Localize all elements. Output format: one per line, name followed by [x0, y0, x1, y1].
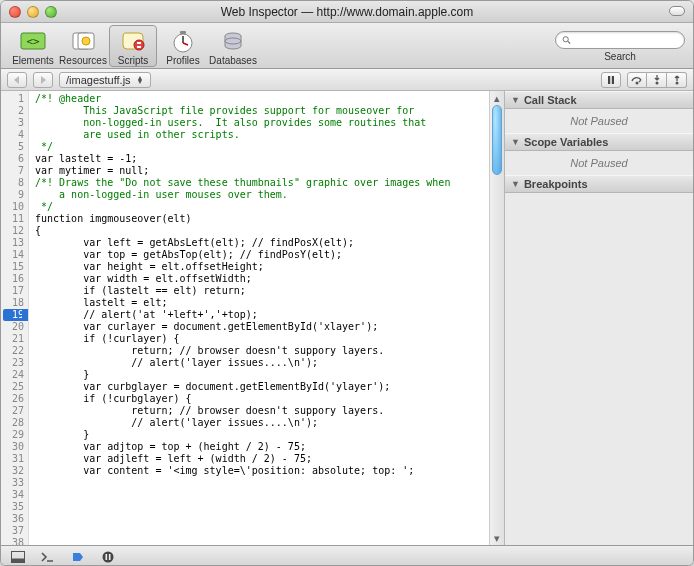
line-number[interactable]: 27 [1, 405, 28, 417]
line-number[interactable]: 25 [1, 381, 28, 393]
code-line[interactable]: var lastelt = -1; [35, 153, 504, 165]
code-line[interactable]: var mytimer = null; [35, 165, 504, 177]
line-number[interactable]: 23 [1, 357, 28, 369]
line-number[interactable]: 24 [1, 369, 28, 381]
code-line[interactable]: if (!curbglayer) { [35, 393, 504, 405]
line-number[interactable]: 17 [1, 285, 28, 297]
breakpoints-header[interactable]: ▼ Breakpoints [505, 175, 693, 193]
scroll-thumb[interactable] [492, 105, 502, 175]
code-line[interactable]: if (!curlayer) { [35, 333, 504, 345]
pause-circle-icon [102, 551, 114, 563]
databases-tab[interactable]: Databases [209, 25, 257, 67]
code-line[interactable]: a non-logged-in user mouses over them. [35, 189, 504, 201]
code-line[interactable]: // alert('at '+left+','+top); [35, 309, 504, 321]
step-out-button[interactable] [667, 72, 687, 88]
code-line[interactable]: if (lastelt == elt) return; [35, 285, 504, 297]
line-number[interactable]: 29 [1, 429, 28, 441]
line-number[interactable]: 16 [1, 273, 28, 285]
code-line[interactable]: // alert('layer issues....\n'); [35, 357, 504, 369]
code-line[interactable]: lastelt = elt; [35, 297, 504, 309]
scroll-down-arrow-icon[interactable]: ▾ [490, 531, 504, 545]
resources-tab[interactable]: Resources [59, 25, 107, 67]
code-line[interactable]: var left = getAbsLeft(elt); // findPosX(… [35, 237, 504, 249]
code-line[interactable]: /*! Draws the "Do not save these thumbna… [35, 177, 504, 189]
vertical-scrollbar[interactable]: ▴ ▾ [489, 91, 504, 545]
line-number[interactable]: 3 [1, 117, 28, 129]
code-line[interactable]: var adjtop = top + (height / 2) - 75; [35, 441, 504, 453]
elements-tab[interactable]: <> Elements [9, 25, 57, 67]
search-field[interactable] [555, 31, 685, 49]
code-line[interactable]: var content = '<img style=\'position: ab… [35, 465, 504, 477]
code-line[interactable]: } [35, 369, 504, 381]
code-line[interactable]: /*! @header [35, 93, 504, 105]
line-number[interactable]: 19 [3, 309, 28, 321]
code-line[interactable]: } [35, 429, 504, 441]
code-line[interactable]: var height = elt.offsetHeight; [35, 261, 504, 273]
code-line[interactable]: return; // browser doesn't suppory layer… [35, 345, 504, 357]
pause-on-exceptions-button[interactable] [97, 549, 119, 565]
line-number[interactable]: 8 [1, 177, 28, 189]
line-gutter[interactable]: 1234567891011121314151617181920212223242… [1, 91, 29, 545]
svg-point-18 [636, 81, 639, 84]
pause-button[interactable] [601, 72, 621, 88]
line-number[interactable]: 2 [1, 105, 28, 117]
line-number[interactable]: 15 [1, 261, 28, 273]
dock-button[interactable] [7, 549, 29, 565]
code-line[interactable]: non-logged-in users. It also provides so… [35, 117, 504, 129]
line-number[interactable]: 6 [1, 153, 28, 165]
line-number[interactable]: 21 [1, 333, 28, 345]
code-line[interactable]: This JavaScript file provides support fo… [35, 105, 504, 117]
line-number[interactable]: 26 [1, 393, 28, 405]
code-line[interactable]: return; // browser doesn't suppory layer… [35, 405, 504, 417]
call-stack-header[interactable]: ▼ Call Stack [505, 91, 693, 109]
step-over-button[interactable] [627, 72, 647, 88]
line-number[interactable]: 20 [1, 321, 28, 333]
code-line[interactable]: var curbglayer = document.getElementById… [35, 381, 504, 393]
line-number[interactable]: 13 [1, 237, 28, 249]
line-number[interactable]: 30 [1, 441, 28, 453]
line-number[interactable]: 22 [1, 345, 28, 357]
code-line[interactable]: // alert('layer issues....\n'); [35, 417, 504, 429]
scope-variables-header[interactable]: ▼ Scope Variables [505, 133, 693, 151]
code-line[interactable]: */ [35, 141, 504, 153]
scroll-up-arrow-icon[interactable]: ▴ [490, 91, 504, 105]
breakpoints-toggle-button[interactable] [67, 549, 89, 565]
scripts-tab[interactable]: Scripts [109, 25, 157, 67]
step-into-button[interactable] [647, 72, 667, 88]
script-path-dropdown[interactable]: /imagestuff.js ▲▼ [59, 72, 151, 88]
code-line[interactable]: { [35, 225, 504, 237]
line-number[interactable]: 32 [1, 465, 28, 477]
line-number[interactable]: 1 [1, 93, 28, 105]
code-line[interactable]: var adjleft = left + (width / 2) - 75; [35, 453, 504, 465]
code-line[interactable]: var curlayer = document.getElementById('… [35, 321, 504, 333]
line-number[interactable]: 10 [1, 201, 28, 213]
code-line[interactable]: are used in other scripts. [35, 129, 504, 141]
line-number[interactable]: 33 [1, 477, 28, 489]
line-number[interactable]: 4 [1, 129, 28, 141]
profiles-tab[interactable]: Profiles [159, 25, 207, 67]
line-number[interactable]: 9 [1, 189, 28, 201]
line-number[interactable]: 14 [1, 249, 28, 261]
line-number[interactable]: 36 [1, 513, 28, 525]
line-number[interactable]: 38 [1, 537, 28, 545]
code-body[interactable]: /*! @header This JavaScript file provide… [29, 91, 504, 545]
console-button[interactable] [37, 549, 59, 565]
code-line[interactable]: var top = getAbsTop(elt); // findPosY(el… [35, 249, 504, 261]
line-number[interactable]: 31 [1, 453, 28, 465]
line-number[interactable]: 37 [1, 525, 28, 537]
code-line[interactable]: function imgmouseover(elt) [35, 213, 504, 225]
code-line[interactable]: var width = elt.offsetWidth; [35, 273, 504, 285]
line-number[interactable]: 5 [1, 141, 28, 153]
line-number[interactable]: 18 [1, 297, 28, 309]
line-number[interactable]: 7 [1, 165, 28, 177]
line-number[interactable]: 28 [1, 417, 28, 429]
code-line[interactable]: */ [35, 201, 504, 213]
toolbar-toggle-button[interactable] [669, 6, 685, 16]
line-number[interactable]: 35 [1, 501, 28, 513]
line-number[interactable]: 11 [1, 213, 28, 225]
search-input[interactable] [575, 34, 678, 46]
forward-button[interactable] [33, 72, 53, 88]
line-number[interactable]: 34 [1, 489, 28, 501]
back-button[interactable] [7, 72, 27, 88]
line-number[interactable]: 12 [1, 225, 28, 237]
